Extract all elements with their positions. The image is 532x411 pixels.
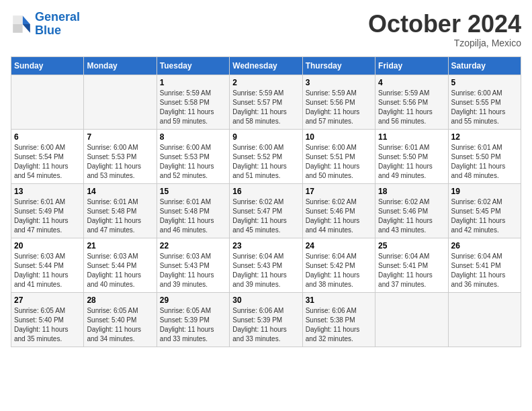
day-info: Sunrise: 6:01 AMSunset: 5:49 PMDaylight:… bbox=[14, 197, 81, 235]
day-info: Sunrise: 6:00 AMSunset: 5:54 PMDaylight:… bbox=[14, 143, 81, 181]
day-number: 15 bbox=[160, 187, 226, 196]
calendar-cell: 22Sunrise: 6:03 AMSunset: 5:43 PMDayligh… bbox=[157, 238, 229, 292]
day-number: 9 bbox=[232, 132, 299, 142]
calendar-cell: 14Sunrise: 6:01 AMSunset: 5:48 PMDayligh… bbox=[84, 183, 157, 238]
day-info: Sunrise: 6:00 AMSunset: 5:55 PMDaylight:… bbox=[451, 89, 518, 126]
day-info: Sunrise: 6:01 AMSunset: 5:50 PMDaylight:… bbox=[451, 143, 518, 181]
day-number: 1 bbox=[160, 78, 226, 87]
day-info: Sunrise: 5:59 AMSunset: 5:56 PMDaylight:… bbox=[378, 89, 445, 126]
month-title: October 2024 bbox=[368, 11, 521, 38]
day-number: 22 bbox=[160, 241, 226, 250]
logo-text: General Blue bbox=[35, 11, 80, 38]
calendar-cell: 4Sunrise: 5:59 AMSunset: 5:56 PMDaylight… bbox=[375, 75, 448, 129]
day-info: Sunrise: 6:00 AMSunset: 5:53 PMDaylight:… bbox=[87, 143, 153, 181]
week-row: 20Sunrise: 6:03 AMSunset: 5:44 PMDayligh… bbox=[11, 238, 521, 292]
svg-marker-0 bbox=[23, 15, 30, 24]
svg-rect-2 bbox=[13, 15, 22, 24]
calendar-header: SundayMondayTuesdayWednesdayThursdayFrid… bbox=[11, 56, 521, 75]
day-info: Sunrise: 6:06 AMSunset: 5:39 PMDaylight:… bbox=[232, 306, 299, 344]
day-info: Sunrise: 6:01 AMSunset: 5:48 PMDaylight:… bbox=[87, 197, 153, 235]
day-info: Sunrise: 6:04 AMSunset: 5:43 PMDaylight:… bbox=[232, 252, 299, 289]
day-number: 21 bbox=[87, 241, 153, 250]
calendar-cell: 10Sunrise: 6:00 AMSunset: 5:51 PMDayligh… bbox=[302, 129, 375, 183]
day-number: 27 bbox=[14, 295, 81, 305]
calendar-cell: 3Sunrise: 5:59 AMSunset: 5:56 PMDaylight… bbox=[302, 75, 375, 129]
calendar-cell: 5Sunrise: 6:00 AMSunset: 5:55 PMDaylight… bbox=[448, 75, 521, 129]
calendar-cell bbox=[11, 75, 84, 129]
calendar-cell: 6Sunrise: 6:00 AMSunset: 5:54 PMDaylight… bbox=[11, 129, 84, 183]
calendar-cell: 23Sunrise: 6:04 AMSunset: 5:43 PMDayligh… bbox=[230, 238, 302, 292]
svg-rect-3 bbox=[13, 24, 22, 33]
calendar-cell: 30Sunrise: 6:06 AMSunset: 5:39 PMDayligh… bbox=[230, 292, 302, 347]
day-info: Sunrise: 6:05 AMSunset: 5:40 PMDaylight:… bbox=[14, 306, 81, 344]
day-number: 13 bbox=[14, 187, 81, 196]
week-row: 6Sunrise: 6:00 AMSunset: 5:54 PMDaylight… bbox=[11, 129, 521, 183]
calendar-cell: 9Sunrise: 6:00 AMSunset: 5:52 PMDaylight… bbox=[230, 129, 302, 183]
day-number: 14 bbox=[87, 187, 153, 196]
day-number: 7 bbox=[87, 132, 153, 142]
calendar-cell: 29Sunrise: 6:05 AMSunset: 5:39 PMDayligh… bbox=[157, 292, 229, 347]
calendar-table: SundayMondayTuesdayWednesdayThursdayFrid… bbox=[11, 56, 521, 347]
calendar-cell: 24Sunrise: 6:04 AMSunset: 5:42 PMDayligh… bbox=[302, 238, 375, 292]
week-row: 1Sunrise: 5:59 AMSunset: 5:58 PMDaylight… bbox=[11, 75, 521, 129]
weekday-row: SundayMondayTuesdayWednesdayThursdayFrid… bbox=[11, 56, 521, 75]
calendar-cell: 7Sunrise: 6:00 AMSunset: 5:53 PMDaylight… bbox=[84, 129, 157, 183]
day-info: Sunrise: 6:04 AMSunset: 5:41 PMDaylight:… bbox=[378, 252, 445, 289]
calendar-cell: 27Sunrise: 6:05 AMSunset: 5:40 PMDayligh… bbox=[11, 292, 84, 347]
calendar-cell: 15Sunrise: 6:01 AMSunset: 5:48 PMDayligh… bbox=[157, 183, 229, 238]
day-info: Sunrise: 6:01 AMSunset: 5:48 PMDaylight:… bbox=[160, 197, 226, 235]
day-number: 8 bbox=[160, 132, 226, 142]
day-info: Sunrise: 6:06 AMSunset: 5:38 PMDaylight:… bbox=[306, 306, 372, 344]
weekday-header: Wednesday bbox=[230, 56, 302, 75]
calendar-cell bbox=[375, 292, 448, 347]
day-number: 3 bbox=[306, 78, 372, 87]
day-info: Sunrise: 6:03 AMSunset: 5:44 PMDaylight:… bbox=[14, 252, 81, 289]
day-number: 17 bbox=[306, 187, 372, 196]
day-number: 25 bbox=[378, 241, 445, 250]
week-row: 27Sunrise: 6:05 AMSunset: 5:40 PMDayligh… bbox=[11, 292, 521, 347]
day-number: 23 bbox=[232, 241, 299, 250]
calendar-cell: 21Sunrise: 6:03 AMSunset: 5:44 PMDayligh… bbox=[84, 238, 157, 292]
weekday-header: Saturday bbox=[448, 56, 521, 75]
calendar-cell: 8Sunrise: 6:00 AMSunset: 5:53 PMDaylight… bbox=[157, 129, 229, 183]
calendar-cell bbox=[84, 75, 157, 129]
day-number: 12 bbox=[451, 132, 518, 142]
weekday-header: Friday bbox=[375, 56, 448, 75]
calendar-cell: 11Sunrise: 6:01 AMSunset: 5:50 PMDayligh… bbox=[375, 129, 448, 183]
calendar-cell: 1Sunrise: 5:59 AMSunset: 5:58 PMDaylight… bbox=[157, 75, 229, 129]
day-info: Sunrise: 6:03 AMSunset: 5:43 PMDaylight:… bbox=[160, 252, 226, 289]
calendar-cell: 28Sunrise: 6:05 AMSunset: 5:40 PMDayligh… bbox=[84, 292, 157, 347]
day-info: Sunrise: 6:04 AMSunset: 5:41 PMDaylight:… bbox=[451, 252, 518, 289]
day-number: 16 bbox=[232, 187, 299, 196]
day-info: Sunrise: 6:05 AMSunset: 5:40 PMDaylight:… bbox=[87, 306, 153, 344]
calendar-cell: 26Sunrise: 6:04 AMSunset: 5:41 PMDayligh… bbox=[448, 238, 521, 292]
day-info: Sunrise: 6:02 AMSunset: 5:46 PMDaylight:… bbox=[378, 197, 445, 235]
week-row: 13Sunrise: 6:01 AMSunset: 5:49 PMDayligh… bbox=[11, 183, 521, 238]
calendar-cell: 19Sunrise: 6:02 AMSunset: 5:45 PMDayligh… bbox=[448, 183, 521, 238]
calendar-body: 1Sunrise: 5:59 AMSunset: 5:58 PMDaylight… bbox=[11, 75, 521, 347]
day-info: Sunrise: 6:00 AMSunset: 5:53 PMDaylight:… bbox=[160, 143, 226, 181]
calendar-cell: 31Sunrise: 6:06 AMSunset: 5:38 PMDayligh… bbox=[302, 292, 375, 347]
weekday-header: Tuesday bbox=[157, 56, 229, 75]
day-info: Sunrise: 6:02 AMSunset: 5:47 PMDaylight:… bbox=[232, 197, 299, 235]
day-info: Sunrise: 6:04 AMSunset: 5:42 PMDaylight:… bbox=[306, 252, 372, 289]
calendar-cell: 25Sunrise: 6:04 AMSunset: 5:41 PMDayligh… bbox=[375, 238, 448, 292]
location: Tzopilja, Mexico bbox=[368, 38, 521, 48]
day-info: Sunrise: 6:01 AMSunset: 5:50 PMDaylight:… bbox=[378, 143, 445, 181]
page-header: General Blue October 2024 Tzopilja, Mexi… bbox=[11, 11, 521, 48]
day-number: 11 bbox=[378, 132, 445, 142]
day-number: 31 bbox=[306, 295, 372, 305]
day-number: 10 bbox=[306, 132, 372, 142]
day-info: Sunrise: 6:02 AMSunset: 5:45 PMDaylight:… bbox=[451, 197, 518, 235]
day-info: Sunrise: 5:59 AMSunset: 5:57 PMDaylight:… bbox=[232, 89, 299, 126]
day-number: 6 bbox=[14, 132, 81, 142]
logo: General Blue bbox=[11, 11, 80, 38]
calendar-cell: 20Sunrise: 6:03 AMSunset: 5:44 PMDayligh… bbox=[11, 238, 84, 292]
day-number: 18 bbox=[378, 187, 445, 196]
day-number: 19 bbox=[451, 187, 518, 196]
calendar-cell: 16Sunrise: 6:02 AMSunset: 5:47 PMDayligh… bbox=[230, 183, 302, 238]
day-number: 4 bbox=[378, 78, 445, 87]
logo-line1: General bbox=[35, 10, 80, 24]
day-number: 29 bbox=[160, 295, 226, 305]
title-block: October 2024 Tzopilja, Mexico bbox=[368, 11, 521, 48]
